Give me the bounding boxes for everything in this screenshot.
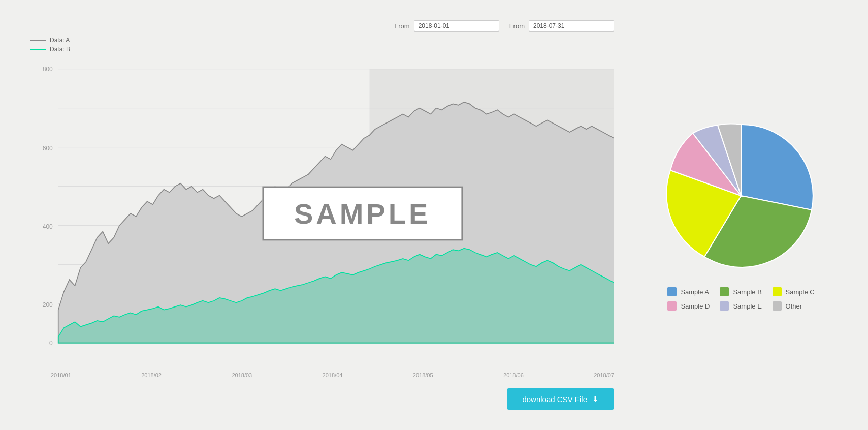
main-container: From From Data: A Data: B <box>0 0 868 430</box>
pie-legend-item-b: Sample B <box>720 287 762 296</box>
pie-legend-item-c: Sample C <box>773 287 815 296</box>
pie-legend-label-e: Sample E <box>733 302 761 310</box>
pie-legend: Sample A Sample B Sample C Sample D Samp… <box>667 287 814 311</box>
date-input-1[interactable] <box>414 20 499 32</box>
chart-wrapper: 800 600 400 200 0 SAMPLE 2018/01 <box>30 57 614 378</box>
pie-legend-color-b <box>720 287 729 296</box>
pie-legend-item-other: Other <box>773 301 815 311</box>
pie-legend-color-e <box>720 301 729 311</box>
pie-legend-item-a: Sample A <box>667 287 710 296</box>
date-input-2[interactable] <box>529 20 614 32</box>
from-label-1: From <box>394 22 409 30</box>
svg-text:0: 0 <box>49 340 53 347</box>
pie-chart-svg <box>665 119 817 272</box>
svg-text:600: 600 <box>43 144 53 152</box>
x-axis-labels: 2018/01 2018/02 2018/03 2018/04 2018/05 … <box>30 370 614 378</box>
legend-line-b <box>30 49 46 50</box>
pie-legend-color-a <box>667 287 677 296</box>
from-label-2: From <box>509 22 525 30</box>
date-group-2: From <box>509 20 614 32</box>
x-label-6: 2018/07 <box>594 372 614 378</box>
pie-legend-label-c: Sample C <box>786 288 815 296</box>
legend-label-a: Data: A <box>50 37 70 44</box>
download-label: download CSV File <box>522 395 587 404</box>
legend-item-a: Data: A <box>30 37 614 44</box>
pie-section: Sample A Sample B Sample C Sample D Samp… <box>645 119 838 311</box>
chart-legend: Data: A Data: B <box>30 37 614 53</box>
pie-legend-label-d: Sample D <box>681 302 710 310</box>
pie-legend-item-e: Sample E <box>720 301 762 311</box>
pie-chart-wrapper <box>665 119 817 272</box>
x-label-5: 2018/06 <box>503 372 524 378</box>
pie-legend-color-d <box>667 301 677 311</box>
chart-section: From From Data: A Data: B <box>30 20 614 410</box>
x-label-0: 2018/01 <box>51 372 71 378</box>
svg-text:200: 200 <box>43 301 53 309</box>
x-label-2: 2018/03 <box>232 372 252 378</box>
pie-legend-color-c <box>773 287 782 296</box>
pie-legend-color-other <box>773 301 782 311</box>
download-row: download CSV File ⬇ <box>30 388 614 410</box>
pie-legend-label-a: Sample A <box>681 288 709 296</box>
pie-slice-a <box>741 125 813 210</box>
x-label-4: 2018/05 <box>413 372 433 378</box>
legend-item-b: Data: B <box>30 46 614 53</box>
pie-legend-item-d: Sample D <box>667 301 710 311</box>
pie-legend-label-b: Sample B <box>733 288 761 296</box>
svg-text:400: 400 <box>43 223 53 230</box>
svg-text:800: 800 <box>43 66 53 73</box>
legend-label-b: Data: B <box>50 46 70 53</box>
date-controls: From From <box>30 20 614 32</box>
chart-canvas: 800 600 400 200 0 SAMPLE <box>30 57 614 370</box>
download-icon: ⬇ <box>592 394 599 404</box>
line-chart-svg: 800 600 400 200 0 <box>30 57 614 370</box>
download-csv-button[interactable]: download CSV File ⬇ <box>507 388 614 410</box>
date-group-1: From <box>394 20 499 32</box>
x-label-1: 2018/02 <box>141 372 162 378</box>
legend-line-a <box>30 40 46 41</box>
x-label-3: 2018/04 <box>323 372 343 378</box>
pie-legend-label-other: Other <box>786 302 802 310</box>
